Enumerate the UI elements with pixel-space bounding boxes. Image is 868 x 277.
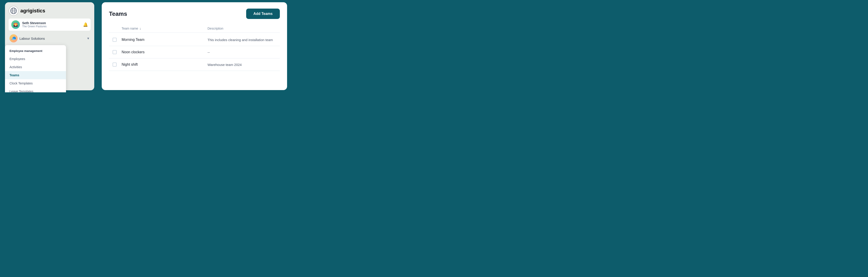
header-team-name[interactable]: Team name ↓ bbox=[122, 27, 208, 30]
row-desc-night: Warehouse team 2024 bbox=[208, 63, 276, 67]
dropdown-item-employees[interactable]: Employees bbox=[5, 55, 66, 63]
row-name-night: Night shift bbox=[122, 63, 208, 67]
add-teams-button[interactable]: Add Teams bbox=[246, 8, 280, 19]
user-info: Seth Stevenson The Green Pastures bbox=[22, 21, 81, 28]
employee-management-dropdown: Employee management Employees Activities… bbox=[5, 45, 66, 92]
team-name-label: Team name bbox=[122, 27, 138, 30]
user-row: 🌄 Seth Stevenson The Green Pastures 🔔 bbox=[8, 19, 91, 31]
dropdown-item-teams[interactable]: Teams bbox=[5, 71, 66, 79]
sort-icon[interactable]: ↓ bbox=[140, 27, 141, 30]
main-content: Teams Add Teams Team name ↓ Description … bbox=[102, 2, 287, 90]
brand-header: agrigistics bbox=[8, 6, 91, 16]
row-checkbox-night[interactable] bbox=[113, 63, 122, 67]
table-row: Night shift Warehouse team 2024 bbox=[109, 59, 280, 71]
row-name-morning: Morning Team bbox=[122, 38, 208, 42]
brand-name: agrigistics bbox=[20, 8, 45, 14]
notification-bell-icon[interactable]: 🔔 bbox=[83, 22, 88, 27]
org-name: Labour Solutions bbox=[20, 37, 85, 40]
dropdown-section-title: Employee management bbox=[5, 48, 66, 55]
org-chevron-icon[interactable]: ▼ bbox=[87, 37, 90, 40]
row-desc-noon: -- bbox=[208, 50, 276, 54]
user-avatar: 🌄 bbox=[11, 20, 20, 29]
row-desc-morning: This includes cleaning and installation … bbox=[208, 38, 276, 42]
page-title: Teams bbox=[109, 10, 127, 18]
user-name: Seth Stevenson bbox=[22, 21, 81, 25]
table-row: Noon clockers -- bbox=[109, 46, 280, 59]
agri-logo bbox=[8, 6, 19, 16]
row-checkbox-noon[interactable] bbox=[113, 50, 122, 54]
user-farm: The Green Pastures bbox=[22, 25, 81, 28]
checkbox-noon[interactable] bbox=[113, 50, 117, 54]
row-name-noon: Noon clockers bbox=[122, 50, 208, 54]
row-checkbox-morning[interactable] bbox=[113, 38, 122, 42]
org-row[interactable]: 🧢 Labour Solutions ▼ bbox=[8, 33, 91, 43]
org-avatar: 🧢 bbox=[9, 34, 18, 42]
table-header: Team name ↓ Description bbox=[109, 24, 280, 33]
dropdown-item-clock-templates[interactable]: Clock Templates bbox=[5, 79, 66, 88]
dropdown-item-leave-templates[interactable]: Leave Templates bbox=[5, 88, 66, 92]
dropdown-item-activities[interactable]: Activities bbox=[5, 63, 66, 71]
checkbox-morning[interactable] bbox=[113, 38, 117, 42]
checkbox-night[interactable] bbox=[113, 63, 117, 67]
table-row: Morning Team This includes cleaning and … bbox=[109, 34, 280, 46]
header-description: Description bbox=[208, 27, 276, 30]
main-header: Teams Add Teams bbox=[109, 8, 280, 19]
